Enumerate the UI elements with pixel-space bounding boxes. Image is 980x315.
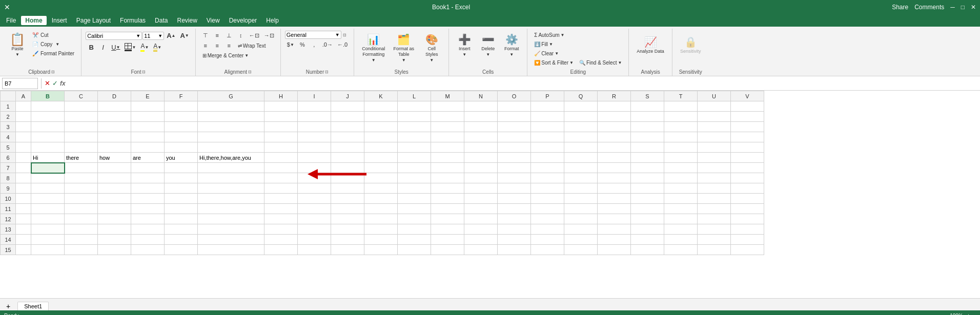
- cell-C10[interactable]: [65, 194, 98, 204]
- cell-L15[interactable]: [398, 245, 431, 255]
- cell-R1[interactable]: [598, 101, 631, 112]
- col-header-f[interactable]: F: [165, 91, 198, 101]
- cell-Q9[interactable]: [564, 183, 598, 194]
- cell-K11[interactable]: [364, 204, 398, 214]
- cell-T9[interactable]: [664, 183, 698, 194]
- align-center-button[interactable]: ≡: [212, 41, 223, 50]
- cell-R5[interactable]: [598, 142, 631, 153]
- cell-C4[interactable]: [65, 132, 98, 142]
- cell-K3[interactable]: [364, 122, 398, 132]
- cell-Q2[interactable]: [564, 112, 598, 122]
- cell-O6[interactable]: [498, 153, 531, 163]
- cell-Q4[interactable]: [564, 132, 598, 142]
- decrease-font-button[interactable]: A▼: [178, 31, 191, 40]
- comma-button[interactable]: ,: [309, 40, 320, 49]
- cell-M5[interactable]: [431, 142, 464, 153]
- cell-M14[interactable]: [431, 235, 464, 245]
- cell-E12[interactable]: [131, 214, 165, 224]
- cell-M1[interactable]: [431, 101, 464, 112]
- font-size-combo[interactable]: 11 ▼: [142, 32, 164, 40]
- clear-dropdown[interactable]: ▼: [555, 51, 559, 56]
- cell-C12[interactable]: [65, 214, 98, 224]
- cell-C5[interactable]: [65, 142, 98, 153]
- cell-R2[interactable]: [598, 112, 631, 122]
- cell-G1[interactable]: [198, 101, 264, 112]
- cell-K9[interactable]: [364, 183, 398, 194]
- cell-S13[interactable]: [631, 224, 664, 235]
- share-button[interactable]: Share: [892, 4, 908, 11]
- cell-M4[interactable]: [431, 132, 464, 142]
- cell-R9[interactable]: [598, 183, 631, 194]
- font-collapse[interactable]: ⊡: [142, 70, 146, 74]
- formula-input[interactable]: [68, 78, 978, 89]
- cell-M11[interactable]: [431, 204, 464, 214]
- cell-L11[interactable]: [398, 204, 431, 214]
- cell-G7[interactable]: [198, 163, 264, 173]
- cell-F2[interactable]: [165, 112, 198, 122]
- cell-F5[interactable]: [165, 142, 198, 153]
- cell-G11[interactable]: [198, 204, 264, 214]
- row-header-1[interactable]: 1: [1, 101, 16, 112]
- cell-P1[interactable]: [531, 101, 564, 112]
- cell-U10[interactable]: [698, 194, 731, 204]
- cell-P6[interactable]: [531, 153, 564, 163]
- cell-L13[interactable]: [398, 224, 431, 235]
- cell-K5[interactable]: [364, 142, 398, 153]
- cell-N7[interactable]: [464, 163, 498, 173]
- cell-E3[interactable]: [131, 122, 165, 132]
- menu-developer[interactable]: Developer: [225, 16, 261, 25]
- cell-M2[interactable]: [431, 112, 464, 122]
- cell-O10[interactable]: [498, 194, 531, 204]
- font-color-button[interactable]: A ▼: [151, 41, 164, 53]
- indent-increase-button[interactable]: →⊡: [262, 31, 276, 40]
- maximize-button[interactable]: □: [961, 4, 965, 11]
- cell-J14[interactable]: [331, 235, 364, 245]
- cell-H5[interactable]: [264, 142, 298, 153]
- cell-P7[interactable]: [531, 163, 564, 173]
- cell-P8[interactable]: [531, 173, 564, 183]
- row-header-10[interactable]: 10: [1, 194, 16, 204]
- cell-N2[interactable]: [464, 112, 498, 122]
- cell-D1[interactable]: [98, 101, 131, 112]
- cell-J1[interactable]: [331, 101, 364, 112]
- cell-B5[interactable]: [31, 142, 65, 153]
- cell-N10[interactable]: [464, 194, 498, 204]
- col-header-e[interactable]: E: [131, 91, 165, 101]
- cell-J9[interactable]: [331, 183, 364, 194]
- col-header-n[interactable]: N: [464, 91, 498, 101]
- underline-dropdown[interactable]: ▼: [116, 45, 120, 50]
- cell-V13[interactable]: [731, 224, 764, 235]
- cell-I13[interactable]: [298, 224, 331, 235]
- cell-G14[interactable]: [198, 235, 264, 245]
- row-header-3[interactable]: 3: [1, 122, 16, 132]
- cell-B14[interactable]: [31, 235, 65, 245]
- cell-S1[interactable]: [631, 101, 664, 112]
- cell-L9[interactable]: [398, 183, 431, 194]
- cell-F10[interactable]: [165, 194, 198, 204]
- fill-color-button[interactable]: A ▼: [138, 41, 151, 53]
- cell-A11[interactable]: [16, 204, 31, 214]
- cell-O3[interactable]: [498, 122, 531, 132]
- cell-S2[interactable]: [631, 112, 664, 122]
- cell-G13[interactable]: [198, 224, 264, 235]
- analyze-data-button[interactable]: 📈 Analyze Data: [633, 31, 668, 59]
- cell-D13[interactable]: [98, 224, 131, 235]
- cell-O14[interactable]: [498, 235, 531, 245]
- cell-E8[interactable]: [131, 173, 165, 183]
- cell-B12[interactable]: [31, 214, 65, 224]
- cell-E10[interactable]: [131, 194, 165, 204]
- cell-N14[interactable]: [464, 235, 498, 245]
- cell-Q1[interactable]: [564, 101, 598, 112]
- cell-O11[interactable]: [498, 204, 531, 214]
- zoom-out-button[interactable]: -: [974, 313, 976, 316]
- cell-T14[interactable]: [664, 235, 698, 245]
- cell-U1[interactable]: [698, 101, 731, 112]
- cell-I5[interactable]: [298, 142, 331, 153]
- cell-N1[interactable]: [464, 101, 498, 112]
- number-expand[interactable]: ⊡: [343, 33, 346, 37]
- delete-button[interactable]: ➖ Delete ▼: [477, 31, 499, 59]
- alignment-collapse[interactable]: ⊡: [248, 70, 252, 74]
- menu-data[interactable]: Data: [151, 16, 172, 25]
- cell-G9[interactable]: [198, 183, 264, 194]
- menu-insert[interactable]: Insert: [48, 16, 71, 25]
